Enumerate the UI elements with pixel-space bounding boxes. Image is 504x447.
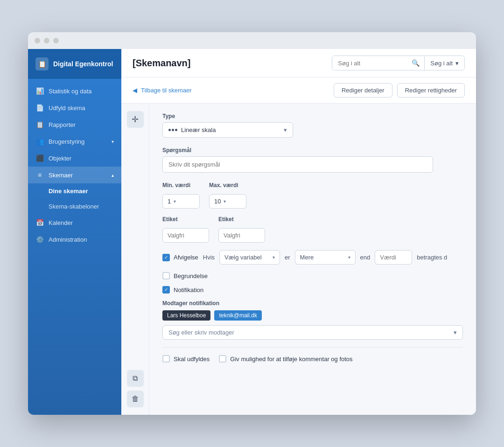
- sidebar-item-dine-skemaer[interactable]: Dine skemaer: [28, 183, 121, 199]
- admin-gear-icon: ⚙️: [35, 236, 44, 243]
- chart-icon: 📊: [35, 87, 44, 95]
- recipient-placeholder: Søg eller skriv modtager: [168, 329, 234, 336]
- sidebar-item-kalender[interactable]: 📅 Kalender: [28, 214, 121, 231]
- min-label: Min. værdi: [162, 182, 200, 189]
- sidebar-item-objekter[interactable]: ⬛ Objekter: [28, 150, 121, 167]
- window-dot-green: [53, 38, 59, 43]
- sidebar-item-brugerstyring[interactable]: 👥 Brugerstyring ▾: [28, 133, 121, 150]
- min-value: 1: [168, 198, 171, 205]
- chevron-up-icon: ▴: [112, 173, 114, 178]
- sidebar-item-label: Administration: [49, 236, 87, 243]
- search-bar: 🔍 Søg i alt ▾: [332, 56, 465, 70]
- checkmark-icon: ✓: [164, 255, 168, 260]
- sub-item-label: Dine skemaer: [49, 188, 88, 195]
- modtager-section: Modtager notifikation Lars Hesselboe tek…: [162, 300, 463, 340]
- chevron-down-icon: ▾: [454, 329, 457, 336]
- afvigelse-checkbox[interactable]: ✓: [162, 254, 170, 261]
- sporgsmaal-label: Spørgsmål: [162, 147, 463, 154]
- chevron-down-icon: ▾: [174, 199, 176, 204]
- type-label: Type: [162, 113, 463, 119]
- mere-dropdown[interactable]: Mere ▾: [295, 250, 356, 265]
- calendar-icon: 📅: [35, 219, 44, 226]
- etiket2-label: Etiket: [218, 216, 265, 223]
- kommentar-label[interactable]: Giv mulighed for at tilføje kommentar og…: [219, 355, 352, 363]
- recipient-dropdown[interactable]: Søg eller skriv modtager ▾: [162, 325, 463, 340]
- sidebar-item-rapporter[interactable]: 📋 Rapporter: [28, 116, 121, 133]
- brand-icon: 📋: [35, 57, 49, 70]
- sidebar-item-skemaer[interactable]: ≡ Skemaer ▴: [28, 167, 121, 183]
- begrundelse-checkbox[interactable]: [162, 272, 170, 279]
- search-dropdown-label: Søg i alt: [430, 60, 453, 67]
- notifikation-checkbox-label[interactable]: ✓ Notifikation: [162, 286, 463, 293]
- chevron-down-icon: ▾: [112, 139, 114, 144]
- delete-icon[interactable]: 🗑: [127, 391, 144, 407]
- search-input[interactable]: [332, 56, 407, 70]
- skal-udfyldes-text: Skal udfyldes: [174, 356, 210, 363]
- breadcrumb-bar: ◀ Tilbage til skemaer Rediger detaljer R…: [121, 77, 476, 104]
- search-dropdown[interactable]: Søg i alt ▾: [424, 56, 464, 70]
- move-icon[interactable]: ✛: [127, 111, 144, 128]
- notifikation-checkbox[interactable]: ✓: [162, 286, 170, 293]
- main-content: [Skemanavn] 🔍 Søg i alt ▾ ◀ Tilbage til …: [121, 49, 476, 415]
- sporgsmaal-input[interactable]: [162, 156, 433, 173]
- begrundelse-checkbox-label[interactable]: Begrundelse: [162, 272, 463, 279]
- sidebar-nav: 📊 Statistik og data 📄 Udfyld skema 📋 Rap…: [28, 79, 121, 415]
- brand[interactable]: 📋 Digital Egenkontrol: [28, 49, 121, 79]
- variable-placeholder: Vælg variabel: [224, 254, 262, 261]
- objects-icon: ⬛: [35, 154, 44, 162]
- skemaer-icon: ≡: [35, 171, 44, 179]
- bottom-checks-row: Skal udfyldes Giv mulighed for at tilføj…: [162, 347, 463, 363]
- chevron-down-icon: ▾: [273, 255, 275, 260]
- sidebar-item-label: Skemaer: [49, 172, 73, 179]
- sidebar: 📋 Digital Egenkontrol 📊 Statistik og dat…: [28, 49, 121, 415]
- sporgsmaal-section: Spørgsmål: [162, 147, 463, 173]
- copy-icon[interactable]: ⧉: [127, 370, 144, 387]
- etiket2-input[interactable]: [218, 228, 265, 243]
- sidebar-item-label: Objekter: [49, 155, 71, 162]
- breadcrumb-actions: Rediger detaljer Rediger rettigheder: [334, 83, 465, 98]
- chevron-down-icon: ▾: [224, 199, 226, 204]
- hvis-label: Hvis: [203, 254, 215, 261]
- skal-udfyldes-label[interactable]: Skal udfyldes: [162, 355, 210, 363]
- sidebar-item-udfyld[interactable]: 📄 Udfyld skema: [28, 99, 121, 116]
- page-title: [Skemanavn]: [133, 58, 324, 69]
- form-main: Type Lineær skala ▾ Spørgsmål: [149, 104, 476, 415]
- afvigelse-label: Afvigelse: [174, 254, 198, 261]
- min-field: Min. værdi 1 ▾: [162, 182, 200, 209]
- afvigelse-row: ✓ Afvigelse Hvis Vælg variabel ▾ er Mere: [162, 250, 463, 265]
- vaerdi-input[interactable]: [375, 250, 412, 265]
- notifikation-row: ✓ Notifikation: [162, 286, 463, 293]
- skal-udfyldes-checkbox[interactable]: [162, 355, 170, 363]
- tag-label: Lars Hesselboe: [167, 312, 206, 319]
- etiket1-label: Etiket: [162, 216, 209, 223]
- breadcrumb-back-button[interactable]: ◀ Tilbage til skemaer: [133, 87, 192, 94]
- variable-dropdown[interactable]: Vælg variabel ▾: [219, 250, 280, 265]
- afvigelse-checkbox-label[interactable]: ✓ Afvigelse: [162, 254, 198, 261]
- er-label: er: [285, 254, 290, 261]
- etiket-row: Etiket Etiket: [162, 216, 463, 243]
- sidebar-item-label: Kalender: [49, 219, 73, 226]
- sidebar-item-skema-skabeloner[interactable]: Skema-skabeloner: [28, 199, 121, 214]
- kommentar-checkbox[interactable]: [219, 355, 226, 363]
- search-button[interactable]: 🔍: [407, 56, 424, 70]
- form-icon: 📄: [35, 104, 44, 112]
- chevron-down-icon: ▾: [284, 126, 287, 133]
- max-select[interactable]: 10 ▾: [209, 194, 246, 209]
- betragtes-text: betragtes d: [417, 254, 447, 261]
- sidebar-item-administration[interactable]: ⚙️ Administration: [28, 231, 121, 248]
- sidebar-item-statistik[interactable]: 📊 Statistik og data: [28, 83, 121, 99]
- modtager-label: Modtager notifikation: [162, 300, 463, 307]
- etiket1-input[interactable]: [162, 228, 209, 243]
- edit-rights-button[interactable]: Rediger rettigheder: [397, 83, 465, 98]
- kommentar-text: Giv mulighed for at tilføje kommentar og…: [230, 356, 352, 363]
- type-value: Lineær skala: [181, 126, 216, 133]
- tags-row: Lars Hesselboe teknik@mail.dk: [162, 310, 463, 321]
- form-sidebar-actions: ✛ ⧉ 🗑: [121, 104, 149, 415]
- sidebar-item-label: Udfyld skema: [49, 105, 85, 112]
- users-icon: 👥: [35, 138, 44, 145]
- edit-details-button[interactable]: Rediger detaljer: [334, 83, 392, 98]
- type-select[interactable]: Lineær skala ▾: [162, 122, 293, 138]
- min-select[interactable]: 1 ▾: [162, 194, 200, 209]
- max-field: Max. værdi 10 ▾: [209, 182, 246, 209]
- type-section: Type Lineær skala ▾: [162, 113, 463, 138]
